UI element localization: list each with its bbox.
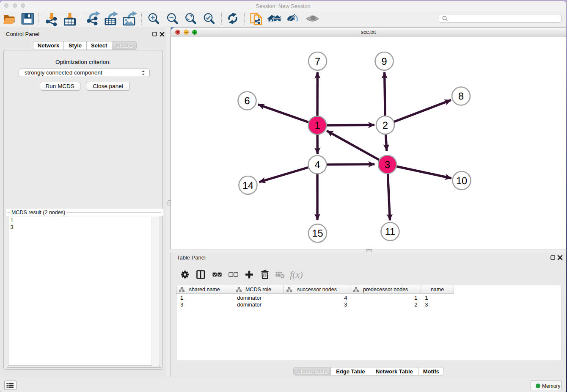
svg-text:15: 15 — [312, 228, 323, 239]
svg-text:1: 1 — [314, 120, 320, 131]
svg-text:10: 10 — [456, 175, 467, 186]
svg-text:4: 4 — [314, 159, 320, 170]
svg-text:9: 9 — [381, 56, 387, 67]
svg-text:f(x): f(x) — [290, 269, 303, 280]
svg-text:11: 11 — [385, 226, 395, 237]
svg-text:8: 8 — [458, 91, 464, 102]
svg-text:2: 2 — [383, 120, 388, 131]
svg-text:3: 3 — [385, 159, 390, 170]
svg-text:14: 14 — [242, 180, 253, 191]
svg-text:7: 7 — [315, 56, 320, 67]
svg-text:6: 6 — [244, 95, 250, 106]
